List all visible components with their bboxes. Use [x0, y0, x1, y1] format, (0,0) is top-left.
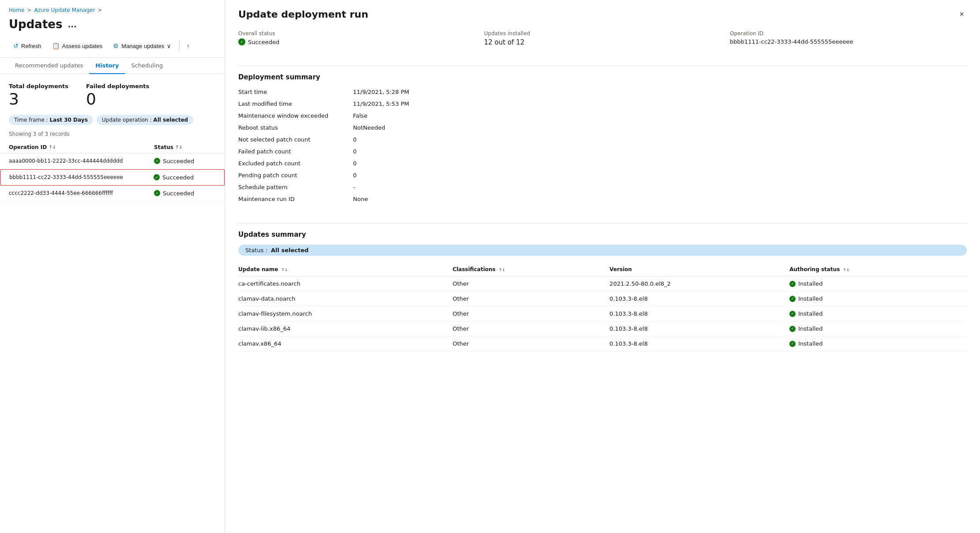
- refresh-icon: ↺: [13, 42, 19, 49]
- dep-label-8: Schedule pattern: [238, 183, 344, 192]
- col-authoring-sort-icon[interactable]: ↑↓: [843, 268, 850, 272]
- assess-label: Assess updates: [62, 43, 103, 49]
- dep-label-4: Not selected patch count: [238, 135, 344, 144]
- installed-icon: [789, 281, 796, 287]
- update-name-cell: clamav.x86_64: [238, 336, 453, 351]
- col-operation-label: Operation ID: [9, 144, 47, 150]
- col-name-sort-icon[interactable]: ↑↓: [282, 268, 288, 272]
- succeeded-icon: [154, 174, 160, 180]
- operation-id-item: Operation ID bbbb1111-cc22-3333-44dd-555…: [730, 30, 967, 46]
- update-version-cell: 0.103.3-8.el8: [609, 336, 789, 351]
- update-status-cell: Installed: [789, 306, 967, 321]
- update-status-cell: Installed: [789, 336, 967, 351]
- close-button[interactable]: ×: [957, 9, 967, 20]
- total-deployments-value: 3: [9, 90, 68, 108]
- table-row[interactable]: aaaa0000-bb11-2222-33cc-444444dddddd Suc…: [0, 153, 225, 169]
- page-title: Updates: [9, 18, 62, 31]
- operation-id-cell: cccc2222-dd33-4444-55ee-666666ffffff: [9, 190, 154, 196]
- status-chip-prefix: Status :: [245, 247, 267, 253]
- operation-id-cell: aaaa0000-bb11-2222-33cc-444444dddddd: [9, 158, 154, 164]
- table-row[interactable]: cccc2222-dd33-4444-55ee-666666ffffff Suc…: [0, 186, 225, 201]
- col-operation-sort-icon[interactable]: ↑↓: [49, 145, 56, 149]
- update-class-cell: Other: [453, 276, 610, 291]
- dep-value-8: -: [353, 183, 967, 192]
- dep-value-7: 0: [353, 171, 967, 180]
- page-title-row: Updates ...: [0, 16, 225, 37]
- installed-label: Installed: [798, 295, 822, 302]
- dep-label-0: Start time: [238, 87, 344, 97]
- update-version-cell: 2021.2.50-80.0.el8_2: [609, 276, 789, 291]
- dep-value-3: NotNeeded: [353, 123, 967, 132]
- installed-icon: [789, 341, 796, 347]
- updates-table-row[interactable]: ca-certificates.noarch Other 2021.2.50-8…: [238, 276, 967, 291]
- failed-deployments-label: Failed deployments: [86, 83, 149, 89]
- failed-deployments-stat: Failed deployments 0: [86, 83, 149, 108]
- manage-updates-button[interactable]: ⚙ Manage updates ∨: [109, 40, 176, 52]
- status-filter-chip[interactable]: Status : All selected: [238, 245, 967, 256]
- breadcrumb-sep2: >: [98, 7, 102, 13]
- updates-table-row[interactable]: clamav-lib.x86_64 Other 0.103.3-8.el8 In…: [238, 321, 967, 336]
- updates-summary-title: Updates summary: [238, 231, 967, 239]
- operation-chip[interactable]: Update operation : All selected: [97, 115, 193, 125]
- dep-label-2: Maintenance window exceeded: [238, 111, 344, 120]
- update-status-cell: Installed: [789, 321, 967, 336]
- dep-value-6: 0: [353, 159, 967, 168]
- status-cell: Succeeded: [154, 190, 216, 197]
- tab-recommended-updates[interactable]: Recommended updates: [9, 58, 89, 74]
- tab-history[interactable]: History: [89, 58, 125, 74]
- col-class-sort-icon[interactable]: ↑↓: [499, 268, 505, 272]
- status-label: Succeeded: [163, 158, 194, 164]
- manage-label: Manage updates: [121, 43, 164, 49]
- up-arrow-icon: ↑: [187, 43, 190, 49]
- timeframe-prefix: Time frame :: [14, 117, 49, 123]
- failed-deployments-value: 0: [86, 90, 149, 108]
- dep-label-5: Failed patch count: [238, 147, 344, 156]
- assess-updates-button[interactable]: 📋 Assess updates: [48, 40, 107, 52]
- update-version-cell: 0.103.3-8.el8: [609, 291, 789, 306]
- dep-label-1: Last modified time: [238, 99, 344, 108]
- dep-label-3: Reboot status: [238, 123, 344, 132]
- col-authoring-status: Authoring status ↑↓: [789, 263, 967, 276]
- refresh-button[interactable]: ↺ Refresh: [9, 40, 46, 52]
- divider-1: [238, 66, 967, 66]
- operation-prefix: Update operation :: [102, 117, 154, 123]
- breadcrumb-home[interactable]: Home: [9, 7, 24, 13]
- installed-label: Installed: [798, 325, 822, 332]
- col-status-label: Status: [154, 144, 173, 150]
- timeframe-chip[interactable]: Time frame : Last 30 Days: [9, 115, 93, 125]
- updates-installed-item: Updates installed 12 out of 12: [484, 30, 721, 46]
- update-version-cell: 0.103.3-8.el8: [609, 306, 789, 321]
- total-deployments-stat: Total deployments 3: [9, 83, 68, 108]
- succeeded-icon: [154, 158, 160, 164]
- installed-icon: [789, 311, 796, 317]
- col-classifications: Classifications ↑↓: [453, 263, 610, 276]
- installed-label: Installed: [798, 340, 822, 347]
- updates-table-row[interactable]: clamav.x86_64 Other 0.103.3-8.el8 Instal…: [238, 336, 967, 351]
- dep-label-9: Maintenance run ID: [238, 194, 344, 204]
- updates-table-row[interactable]: clamav-filesystem.noarch Other 0.103.3-8…: [238, 306, 967, 321]
- timeframe-value: Last 30 Days: [49, 117, 87, 123]
- table-row[interactable]: bbbb1111-cc22-3333-44dd-555555eeeeee Suc…: [0, 169, 225, 186]
- col-status-sort-icon[interactable]: ↑↓: [175, 145, 183, 149]
- operation-id-cell: bbbb1111-cc22-3333-44dd-555555eeeeee: [9, 174, 154, 180]
- operation-id-overview-text: bbbb1111-cc22-3333-44dd-555555eeeeee: [730, 38, 853, 45]
- tab-scheduling[interactable]: Scheduling: [125, 58, 169, 74]
- updates-installed-value: 12 out of 12: [484, 38, 721, 46]
- col-update-name: Update name ↑↓: [238, 263, 453, 276]
- overall-status-value: Succeeded: [238, 38, 475, 45]
- dep-value-1: 11/9/2021, 5:53 PM: [353, 99, 967, 108]
- upload-button[interactable]: ↑: [183, 40, 193, 52]
- refresh-label: Refresh: [21, 43, 41, 49]
- status-label: Succeeded: [163, 190, 194, 197]
- update-name-cell: clamav-lib.x86_64: [238, 321, 453, 336]
- col-header-status: Status ↑↓: [154, 144, 216, 150]
- succeeded-icon: [154, 190, 160, 196]
- status-cell: Succeeded: [154, 158, 216, 164]
- updates-table-row[interactable]: clamav-data.noarch Other 0.103.3-8.el8 I…: [238, 291, 967, 306]
- overall-status-text: Succeeded: [248, 39, 279, 45]
- breadcrumb-azure[interactable]: Azure Update Manager: [34, 7, 95, 13]
- more-options-button[interactable]: ...: [68, 20, 77, 29]
- tabs-container: Recommended updates History Scheduling: [0, 58, 225, 74]
- table-header: Operation ID ↑↓ Status ↑↓: [0, 142, 225, 153]
- dep-value-9: None: [353, 194, 967, 204]
